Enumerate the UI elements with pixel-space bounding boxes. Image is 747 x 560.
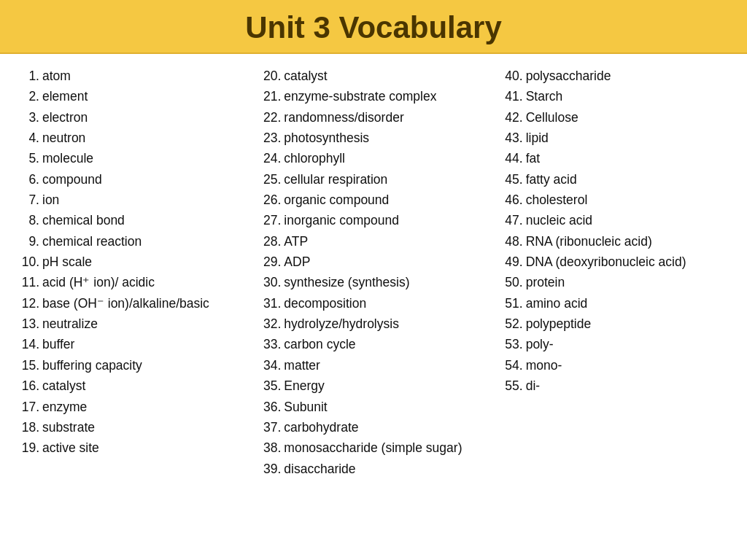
list-item: 28.ATP [256,231,483,252]
item-term: active site [42,438,241,458]
item-term: lipid [526,128,725,148]
vocab-content: 1.atom2.element3.electron4.neutron5.mole… [0,54,747,557]
list-item: 24.chlorophyll [256,148,483,168]
item-number: 50. [498,272,523,292]
item-term: matter [284,355,483,376]
item-term: atom [42,66,241,86]
item-term: molecule [42,148,241,168]
list-item: 5.molecule [15,148,241,168]
item-term: fat [526,148,725,168]
list-item: 16.catalyst [15,376,241,396]
item-term: polysaccharide [526,66,725,86]
list-item: 1.atom [15,66,241,86]
list-item: 45.fatty acid [498,169,725,190]
item-number: 8. [15,210,39,230]
list-item: 55.di- [498,376,725,396]
item-number: 9. [15,231,39,252]
item-number: 47. [498,210,523,230]
item-term: di- [526,376,725,396]
item-term: compound [42,169,241,190]
vocab-column-1: 1.atom2.element3.electron4.neutron5.mole… [15,66,249,550]
item-number: 11. [15,272,39,292]
item-term: ion [42,190,241,210]
list-item: 11.acid (H⁺ ion)/ acidic [15,272,241,292]
list-item: 54.mono- [498,355,725,376]
list-item: 53.poly- [498,334,725,354]
item-term: buffer [42,334,241,354]
list-item: 15.buffering capacity [15,355,241,376]
list-item: 37.carbohydrate [256,417,483,438]
item-term: base (OH⁻ ion)/alkaline/basic [42,293,241,314]
list-item: 22.randomness/disorder [256,107,483,128]
item-number: 3. [15,107,39,128]
item-term: element [42,86,241,106]
item-term: enzyme-substrate complex [284,86,483,106]
item-term: cellular respiration [284,169,483,190]
item-term: organic compound [284,190,483,210]
item-number: 1. [15,66,39,86]
item-term: nucleic acid [526,210,725,230]
list-item: 19.active site [15,438,241,458]
item-number: 13. [15,314,39,334]
item-number: 17. [15,397,39,417]
item-term: ATP [284,231,483,252]
item-number: 19. [15,438,39,458]
item-term: carbohydrate [284,417,483,438]
list-item: 4.neutron [15,128,241,148]
list-item: 49.DNA (deoxyribonucleic acid) [498,252,725,272]
item-number: 5. [15,148,39,168]
item-number: 7. [15,190,39,210]
item-number: 44. [498,148,523,168]
item-term: monosaccharide (simple sugar) [284,438,483,458]
list-item: 48.RNA (ribonucleic acid) [498,231,725,252]
item-number: 21. [256,86,281,106]
item-term: amino acid [526,293,725,314]
list-item: 10.pH scale [15,252,241,272]
item-term: ADP [284,252,483,272]
item-term: catalyst [42,376,241,396]
item-term: chemical reaction [42,231,241,252]
list-item: 29.ADP [256,252,483,272]
item-term: RNA (ribonucleic acid) [526,231,725,252]
item-number: 32. [256,314,281,334]
item-number: 20. [256,66,281,86]
list-item: 35.Energy [256,376,483,396]
item-number: 10. [15,252,39,272]
list-item: 6.compound [15,169,241,190]
item-number: 38. [256,438,281,458]
item-term: Subunit [284,397,483,417]
item-term: DNA (deoxyribonucleic acid) [526,252,725,272]
list-item: 52.polypeptide [498,314,725,334]
item-term: decomposition [284,293,483,314]
item-number: 52. [498,314,523,334]
item-number: 55. [498,376,523,396]
item-number: 51. [498,293,523,314]
list-item: 9.chemical reaction [15,231,241,252]
item-number: 24. [256,148,281,168]
item-number: 6. [15,169,39,190]
item-term: acid (H⁺ ion)/ acidic [42,272,241,292]
list-item: 21.enzyme-substrate complex [256,86,483,106]
item-term: enzyme [42,397,241,417]
list-item: 32.hydrolyze/hydrolysis [256,314,483,334]
list-item: 36.Subunit [256,397,483,417]
list-item: 2.element [15,86,241,106]
list-item: 20.catalyst [256,66,483,86]
item-term: hydrolyze/hydrolysis [284,314,483,334]
item-number: 40. [498,66,523,86]
item-number: 31. [256,293,281,314]
vocab-list-1: 1.atom2.element3.electron4.neutron5.mole… [15,66,241,459]
page-title: Unit 3 Vocabulary [0,10,747,45]
item-number: 12. [15,293,39,314]
item-number: 30. [256,272,281,292]
list-item: 17.enzyme [15,397,241,417]
item-number: 48. [498,231,523,252]
item-number: 22. [256,107,281,128]
item-term: mono- [526,355,725,376]
vocab-column-2: 20.catalyst21.enzyme-substrate complex22… [249,66,490,550]
vocab-list-2: 20.catalyst21.enzyme-substrate complex22… [256,66,483,479]
list-item: 46.cholesterol [498,190,725,210]
list-item: 50.protein [498,272,725,292]
list-item: 27.inorganic compound [256,210,483,230]
item-term: carbon cycle [284,334,483,354]
